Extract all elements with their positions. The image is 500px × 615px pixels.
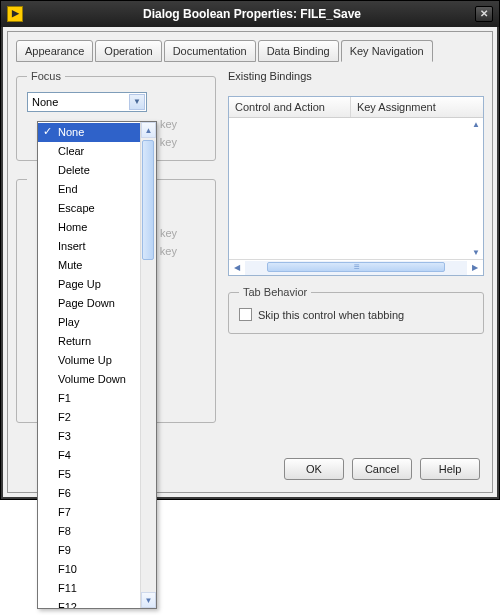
dropdown-scrollbar[interactable]: ▲ ▼ (140, 122, 156, 608)
dropdown-option-label: None (58, 126, 84, 138)
existing-bindings-label: Existing Bindings (228, 70, 484, 82)
scroll-up-icon[interactable]: ▲ (470, 120, 482, 129)
dropdown-option-label: F8 (58, 525, 71, 537)
dropdown-option-label: Insert (58, 240, 86, 252)
chevron-down-icon[interactable]: ▼ (129, 94, 145, 110)
dropdown-option[interactable]: Escape (38, 199, 140, 218)
dropdown-option[interactable]: F3 (38, 427, 140, 446)
existing-bindings-list[interactable]: Control and Action Key Assignment ▲ ▼ ◀ … (228, 96, 484, 276)
dropdown-option[interactable]: F8 (38, 522, 140, 541)
dropdown-option[interactable]: F2 (38, 408, 140, 427)
dropdown-option-label: Clear (58, 145, 84, 157)
dropdown-option[interactable]: F12 (38, 598, 140, 608)
scroll-thumb[interactable] (267, 262, 445, 272)
dropdown-option[interactable]: Home (38, 218, 140, 237)
tab-appearance[interactable]: Appearance (16, 40, 93, 62)
dropdown-option-label: Page Down (58, 297, 115, 309)
dropdown-option-label: F2 (58, 411, 71, 423)
dropdown-option[interactable]: Delete (38, 161, 140, 180)
horizontal-scrollbar[interactable]: ◀ ▶ (229, 259, 483, 275)
scroll-right-icon[interactable]: ▶ (467, 261, 483, 275)
dropdown-option[interactable]: F1 (38, 389, 140, 408)
dropdown-option-label: F11 (58, 582, 77, 594)
focus-key-dropdown[interactable]: ✓NoneClearDeleteEndEscapeHomeInsertMuteP… (37, 121, 157, 609)
dropdown-option-label: F4 (58, 449, 71, 461)
skip-tabbing-label: Skip this control when tabbing (258, 309, 404, 321)
tab-behavior-legend: Tab Behavior (239, 286, 311, 298)
dropdown-option-label: End (58, 183, 78, 195)
ok-button[interactable]: OK (284, 458, 344, 480)
dropdown-option[interactable]: F10 (38, 560, 140, 579)
dropdown-option-label: F12 (58, 601, 77, 608)
cancel-button[interactable]: Cancel (352, 458, 412, 480)
skip-tabbing-checkbox[interactable] (239, 308, 252, 321)
dropdown-option-label: F7 (58, 506, 71, 518)
tab-data-binding[interactable]: Data Binding (258, 40, 339, 62)
focus-legend: Focus (27, 70, 65, 82)
scroll-down-icon[interactable]: ▼ (470, 248, 482, 257)
col-key-assignment[interactable]: Key Assignment (351, 97, 467, 117)
dropdown-option[interactable]: Play (38, 313, 140, 332)
dropdown-option-label: Page Up (58, 278, 101, 290)
dropdown-option[interactable]: F11 (38, 579, 140, 598)
dropdown-option[interactable]: Clear (38, 142, 140, 161)
dropdown-option-label: F1 (58, 392, 71, 404)
close-icon[interactable]: ✕ (475, 6, 493, 22)
check-icon: ✓ (43, 124, 52, 139)
dropdown-option[interactable]: Mute (38, 256, 140, 275)
dropdown-option-label: Play (58, 316, 79, 328)
dropdown-option[interactable]: End (38, 180, 140, 199)
dropdown-option[interactable]: Insert (38, 237, 140, 256)
dropdown-option[interactable]: F9 (38, 541, 140, 560)
scroll-down-icon[interactable]: ▼ (141, 592, 156, 608)
scroll-left-icon[interactable]: ◀ (229, 261, 245, 275)
scroll-track[interactable] (245, 261, 467, 275)
tab-behavior-group: Tab Behavior Skip this control when tabb… (228, 286, 484, 334)
dropdown-option-label: Volume Down (58, 373, 126, 385)
dropdown-option[interactable]: F7 (38, 503, 140, 522)
dropdown-option-label: Return (58, 335, 91, 347)
dropdown-option-label: F5 (58, 468, 71, 480)
focus-key-combo[interactable]: None ▼ (27, 92, 147, 112)
dropdown-option[interactable]: Page Down (38, 294, 140, 313)
dropdown-option[interactable]: F6 (38, 484, 140, 503)
dropdown-option[interactable]: Page Up (38, 275, 140, 294)
dropdown-option-label: Delete (58, 164, 90, 176)
listbox-header: Control and Action Key Assignment (229, 97, 483, 118)
dropdown-option[interactable]: ✓None (38, 123, 140, 142)
app-icon (7, 6, 23, 22)
dropdown-option[interactable]: F5 (38, 465, 140, 484)
tab-bar: Appearance Operation Documentation Data … (16, 40, 484, 62)
tab-documentation[interactable]: Documentation (164, 40, 256, 62)
listbox-body: ▲ ▼ (229, 118, 483, 259)
tab-operation[interactable]: Operation (95, 40, 161, 62)
col-control-action[interactable]: Control and Action (229, 97, 351, 117)
dropdown-option-label: F9 (58, 544, 71, 556)
title-bar: Dialog Boolean Properties: FILE_Save ✕ (1, 1, 499, 27)
help-button[interactable]: Help (420, 458, 480, 480)
focus-combo-value: None (32, 96, 58, 108)
dropdown-option-label: F6 (58, 487, 71, 499)
dropdown-option-label: F10 (58, 563, 77, 575)
scroll-up-icon[interactable]: ▲ (141, 122, 156, 138)
dropdown-option-label: Mute (58, 259, 82, 271)
dropdown-option[interactable]: Return (38, 332, 140, 351)
dropdown-option-label: F3 (58, 430, 71, 442)
dropdown-option-label: Escape (58, 202, 95, 214)
dropdown-option-label: Home (58, 221, 87, 233)
dropdown-option[interactable]: F4 (38, 446, 140, 465)
tab-key-navigation[interactable]: Key Navigation (341, 40, 433, 62)
dropdown-option-label: Volume Up (58, 354, 112, 366)
dropdown-scroll-thumb[interactable] (142, 140, 154, 260)
window-title: Dialog Boolean Properties: FILE_Save (29, 7, 475, 21)
dropdown-option[interactable]: Volume Up (38, 351, 140, 370)
dropdown-option[interactable]: Volume Down (38, 370, 140, 389)
